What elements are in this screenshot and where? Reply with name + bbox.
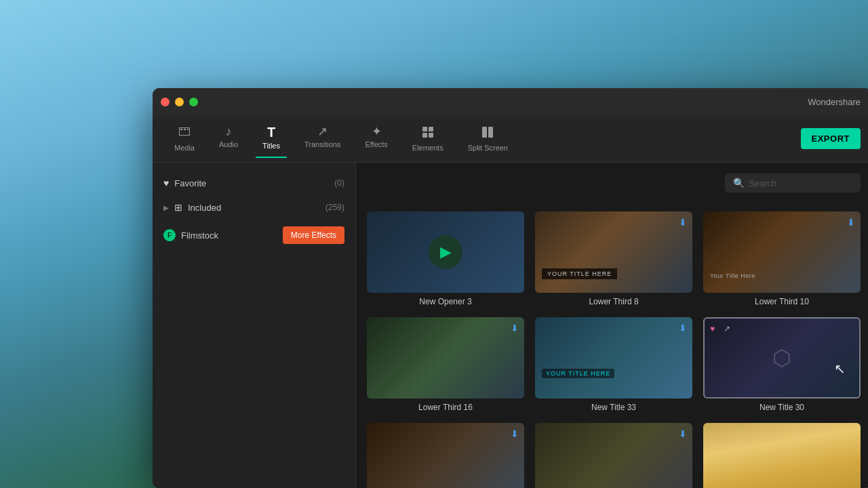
lower8-title-overlay: YOUR TITLE HERE: [542, 268, 617, 279]
thumb-opener3[interactable]: ▶ New Opener 3: [367, 211, 524, 306]
nav-item-splitscreen[interactable]: Split Screen: [457, 120, 519, 157]
sidebar-item-filmstock[interactable]: F Filmstock More Effects: [153, 220, 355, 251]
lower10-title-overlay: Your Title Here: [710, 272, 755, 279]
thumb-title33[interactable]: ⬇ YOUR TITLE HERE New Title 33: [535, 317, 692, 412]
thumb-lower16[interactable]: ⬇ Lower Third 16: [367, 317, 524, 412]
svg-rect-3: [429, 133, 433, 138]
sidebar-item-included[interactable]: ▶ ⊞ Included (259): [153, 195, 355, 220]
search-bar: 🔍: [725, 174, 861, 192]
toolbar: Media ♪ Audio T Titles ↗ Transitions ✦ E…: [153, 115, 868, 163]
audio-label: Audio: [219, 140, 238, 148]
thumb-label-title33: New Title 33: [535, 403, 692, 412]
more-effects-button[interactable]: More Effects: [283, 226, 344, 244]
download-icon-lower8: ⬇: [679, 217, 687, 228]
thumb-preview-lower10: ⬇ Your Title Here: [703, 211, 861, 293]
sidebar-item-favorite[interactable]: ♥ Favorite (0): [153, 171, 355, 195]
thumb-label-lower16: Lower Third 16: [367, 403, 524, 412]
thumb-preview-lower16: ⬇: [367, 317, 524, 399]
media-icon: [178, 125, 191, 141]
traffic-lights: [161, 98, 198, 106]
titles-icon: T: [267, 125, 275, 139]
titles-label: Titles: [262, 142, 280, 150]
included-label: Included: [188, 203, 326, 213]
splitscreen-label: Split Screen: [468, 144, 508, 152]
nav-item-elements[interactable]: Elements: [401, 120, 454, 157]
effects-icon: ✦: [372, 125, 382, 138]
svg-rect-1: [429, 127, 433, 131]
included-count: (259): [326, 203, 344, 212]
filmora-logo: ▶: [429, 235, 462, 269]
main-content: ♥ Favorite (0) ▶ ⊞ Included (259) F Film…: [153, 163, 868, 488]
download-icon-bottom1: ⬇: [511, 428, 519, 439]
download-icon-bottom2: ⬇: [679, 428, 687, 439]
export-button[interactable]: EXPORT: [801, 128, 861, 149]
audio-icon: ♪: [226, 125, 232, 138]
thumb-preview-title30: ♥ ↗ ⬡ ↖: [703, 317, 861, 399]
maximize-button[interactable]: [189, 98, 198, 106]
grid-area: 🔍 ▶ New Opener 3 ⬇ YOUR TITLE HERE: [356, 163, 868, 488]
favorite-label: Favorite: [174, 178, 334, 188]
elements-icon: [421, 125, 435, 141]
effects-label: Effects: [365, 140, 387, 148]
media-label: Media: [174, 144, 195, 152]
grid-icon: ⊞: [174, 202, 182, 213]
filmstock-icon: F: [163, 229, 176, 241]
splitscreen-icon: [481, 125, 494, 141]
heart-icon: ♥: [163, 178, 169, 188]
transitions-label: Transitions: [304, 140, 340, 148]
thumb-lower8[interactable]: ⬇ YOUR TITLE HERE Lower Third 8: [535, 211, 692, 306]
svg-rect-5: [488, 127, 493, 138]
thumb-bottom1[interactable]: ⬇: [367, 423, 524, 488]
thumb-preview-title33: ⬇ YOUR TITLE HERE: [535, 317, 692, 399]
favorite-icon-title30: ♥: [710, 324, 715, 333]
thumbnails-grid: ▶ New Opener 3 ⬇ YOUR TITLE HERE Lower T…: [367, 211, 861, 488]
thumb-preview-bottom2: ⬇: [535, 423, 692, 488]
thumb-lower10[interactable]: ⬇ Your Title Here Lower Third 10: [703, 211, 861, 306]
close-button[interactable]: [161, 98, 170, 106]
search-icon: 🔍: [733, 178, 745, 188]
thumb-label-title30: New Title 30: [703, 403, 861, 412]
nav-item-titles[interactable]: T Titles: [252, 120, 291, 157]
thumb-label-lower10: Lower Third 10: [703, 297, 861, 306]
thumb-preview-lower8: ⬇ YOUR TITLE HERE: [535, 211, 692, 293]
hex-overlay-title30: ⬡: [772, 345, 791, 371]
thumb-title30[interactable]: ♥ ↗ ⬡ ↖ New Title 30: [703, 317, 861, 412]
search-input[interactable]: [749, 178, 852, 188]
title33-title-overlay: YOUR TITLE HERE: [542, 369, 614, 378]
app-brand: Wondershare: [808, 97, 861, 107]
thumb-label-lower8: Lower Third 8: [535, 297, 692, 306]
elements-label: Elements: [412, 144, 443, 152]
filmstock-label: Filmstock: [181, 230, 283, 241]
transitions-icon: ↗: [317, 125, 328, 138]
svg-rect-2: [422, 133, 427, 138]
nav-item-audio[interactable]: ♪ Audio: [208, 120, 249, 157]
sidebar: ♥ Favorite (0) ▶ ⊞ Included (259) F Film…: [153, 163, 356, 488]
minimize-button[interactable]: [175, 98, 184, 106]
cursor-title30: ↖: [834, 361, 846, 377]
favorite-count: (0): [334, 178, 344, 188]
download-icon-lower10: ⬇: [847, 217, 855, 228]
thumb-label-opener3: New Opener 3: [367, 297, 524, 306]
thumb-bottom3[interactable]: TITLE HERE: [703, 423, 861, 488]
nav-item-transitions[interactable]: ↗ Transitions: [294, 120, 351, 157]
share-icon-title30: ↗: [724, 324, 730, 333]
svg-rect-4: [482, 127, 487, 138]
download-icon-lower16: ⬇: [511, 323, 519, 333]
thumb-bottom2[interactable]: ⬇: [535, 423, 692, 488]
nav-item-media[interactable]: Media: [163, 120, 205, 157]
nav-item-effects[interactable]: ✦ Effects: [354, 120, 398, 157]
chevron-right-icon: ▶: [163, 204, 169, 211]
title-bar: Wondershare: [153, 88, 868, 115]
thumb-preview-bottom3: TITLE HERE: [703, 423, 861, 488]
download-icon-title33: ⬇: [679, 323, 687, 333]
thumb-preview-bottom1: ⬇: [367, 423, 524, 488]
svg-rect-0: [422, 127, 427, 131]
thumb-preview-opener3: ▶: [367, 211, 524, 293]
app-window: Wondershare Media ♪ Audio T: [153, 88, 868, 488]
grid-header: 🔍: [367, 174, 861, 203]
nav-bar: Media ♪ Audio T Titles ↗ Transitions ✦ E…: [163, 120, 801, 157]
